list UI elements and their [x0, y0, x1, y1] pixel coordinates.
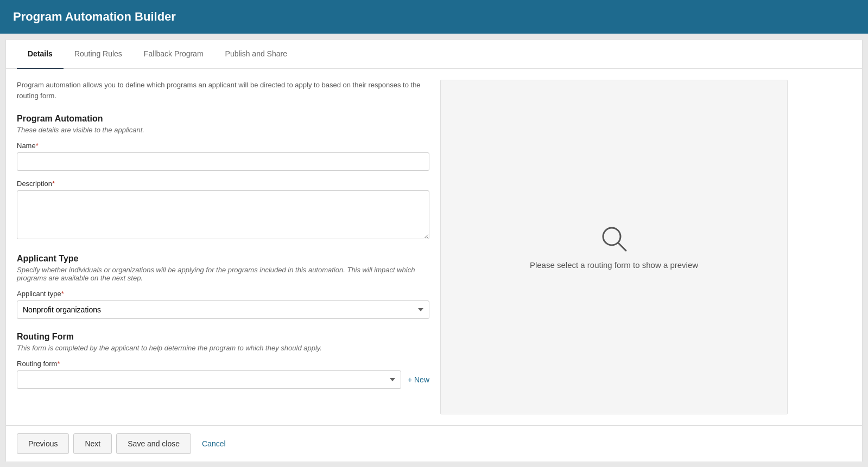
- save-and-close-button[interactable]: Save and close: [116, 433, 191, 454]
- intro-text: Program automation allows you to define …: [17, 80, 429, 101]
- preview-text: Please select a routing form to show a p…: [530, 260, 698, 270]
- applicant-type-title: Applicant Type: [17, 254, 429, 264]
- routing-form-select-wrap: [17, 370, 401, 389]
- left-panel: Program automation allows you to define …: [17, 80, 429, 414]
- cancel-button[interactable]: Cancel: [195, 434, 232, 453]
- applicant-type-select[interactable]: Nonprofit organizations Individuals Orga…: [17, 300, 429, 319]
- preview-search-icon: [600, 225, 628, 253]
- footer-bar: Previous Next Save and close Cancel: [6, 425, 862, 462]
- main-container: Details Routing Rules Fallback Program P…: [5, 39, 863, 462]
- name-label: Name*: [17, 142, 429, 150]
- routing-form-label: Routing form*: [17, 360, 429, 368]
- routing-form-section: Routing Form This form is completed by t…: [17, 332, 429, 389]
- routing-form-title: Routing Form: [17, 332, 429, 342]
- routing-form-required-star: *: [57, 360, 60, 368]
- tab-fallback-program[interactable]: Fallback Program: [133, 40, 214, 69]
- tab-publish-and-share[interactable]: Publish and Share: [214, 40, 298, 69]
- next-button[interactable]: Next: [73, 433, 112, 454]
- app-header: Program Automation Builder: [0, 0, 868, 34]
- description-required-star: *: [52, 180, 55, 188]
- tabs-bar: Details Routing Rules Fallback Program P…: [6, 40, 862, 69]
- new-routing-form-link[interactable]: + New: [408, 375, 429, 384]
- svg-line-1: [618, 243, 626, 251]
- program-automation-section: Program Automation These details are vis…: [17, 114, 429, 241]
- applicant-type-required-star: *: [61, 290, 64, 298]
- right-panel-preview: Please select a routing form to show a p…: [440, 80, 788, 414]
- description-input[interactable]: [17, 190, 429, 239]
- description-label: Description*: [17, 180, 429, 188]
- name-required-star: *: [36, 142, 39, 150]
- routing-form-field-group: Routing form* + New: [17, 360, 429, 389]
- app-title: Program Automation Builder: [13, 10, 176, 23]
- tab-details[interactable]: Details: [17, 40, 64, 69]
- program-automation-subtitle: These details are visible to the applica…: [17, 126, 429, 134]
- applicant-type-label: Applicant type*: [17, 290, 429, 298]
- previous-button[interactable]: Previous: [17, 433, 69, 454]
- tab-routing-rules[interactable]: Routing Rules: [64, 40, 133, 69]
- name-field-group: Name*: [17, 142, 429, 171]
- routing-form-select[interactable]: [17, 370, 401, 389]
- applicant-type-subtitle: Specify whether individuals or organizat…: [17, 266, 429, 282]
- routing-form-row: + New: [17, 370, 429, 389]
- program-automation-title: Program Automation: [17, 114, 429, 124]
- routing-form-subtitle: This form is completed by the applicant …: [17, 344, 429, 352]
- applicant-type-field-group: Applicant type* Nonprofit organizations …: [17, 290, 429, 319]
- content-area: Program automation allows you to define …: [6, 69, 862, 425]
- name-input[interactable]: [17, 152, 429, 171]
- applicant-type-section: Applicant Type Specify whether individua…: [17, 254, 429, 319]
- description-field-group: Description*: [17, 180, 429, 241]
